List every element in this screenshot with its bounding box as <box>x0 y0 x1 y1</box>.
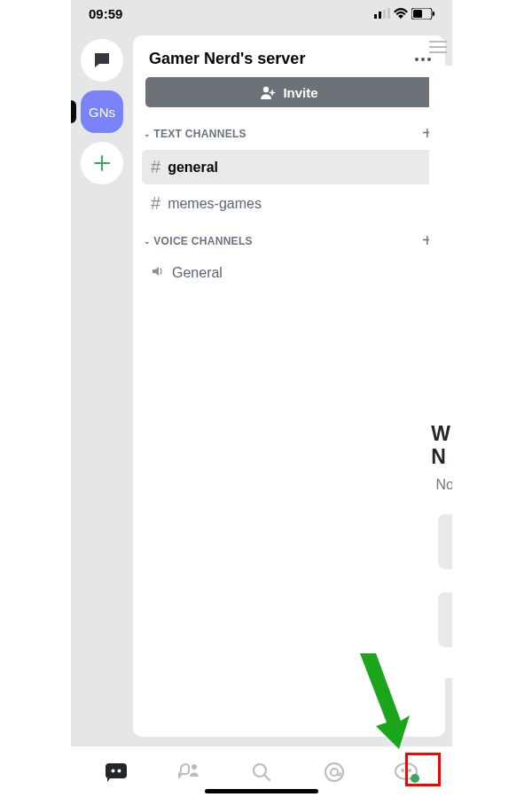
server-title: Gamer Nerd's server <box>149 50 305 68</box>
nav-friends[interactable] <box>175 758 203 786</box>
background-panel <box>429 66 452 678</box>
status-icons <box>374 8 434 20</box>
discord-icon <box>104 762 129 783</box>
svg-point-16 <box>401 769 404 772</box>
chat-bubble-icon <box>91 50 113 71</box>
svg-rect-5 <box>413 10 422 18</box>
phone-frame: 09:59 GNs Gamer Nerd's server <box>71 0 452 797</box>
peek-card <box>438 592 452 647</box>
battery-icon <box>411 8 434 20</box>
text-channels-label: TEXT CHANNELS <box>153 128 246 140</box>
nav-home[interactable] <box>102 758 130 786</box>
svg-rect-8 <box>106 763 127 778</box>
home-indicator <box>205 789 318 793</box>
hash-icon: # <box>151 157 160 177</box>
at-icon <box>323 761 346 784</box>
channel-item[interactable]: # general <box>142 150 436 184</box>
invite-label: Invite <box>283 85 317 100</box>
speaker-icon <box>151 264 165 282</box>
nav-profile[interactable] <box>393 758 421 786</box>
server-header[interactable]: Gamer Nerd's server <box>133 35 445 77</box>
invite-icon <box>260 86 276 99</box>
svg-rect-2 <box>383 10 386 19</box>
voice-channels-label: VOICE CHANNELS <box>153 235 253 247</box>
signal-icon <box>374 8 390 19</box>
svg-point-14 <box>331 769 338 776</box>
search-icon <box>251 762 272 783</box>
server-rail: GNs <box>71 27 133 746</box>
status-time: 09:59 <box>89 6 122 21</box>
svg-rect-6 <box>433 12 434 16</box>
more-icon[interactable] <box>415 58 431 61</box>
channel-name: general <box>168 160 218 176</box>
svg-point-7 <box>263 86 269 91</box>
hash-icon: # <box>151 193 160 214</box>
voice-channel-item[interactable]: General <box>142 257 436 289</box>
peek-subtext: No <box>436 477 452 493</box>
svg-rect-3 <box>387 8 390 19</box>
chevron-down-icon: ⌄ <box>144 237 151 246</box>
server-avatar[interactable]: GNs <box>81 90 123 133</box>
voice-channels-header[interactable]: ⌄VOICE CHANNELS + <box>133 227 445 256</box>
nav-mentions[interactable] <box>320 758 348 786</box>
profile-icon <box>394 761 420 784</box>
invite-button[interactable]: Invite <box>145 77 433 107</box>
hamburger-icon[interactable] <box>429 41 447 57</box>
chevron-down-icon: ⌄ <box>144 129 151 138</box>
add-server-button[interactable] <box>81 142 123 184</box>
wifi-icon <box>394 8 408 19</box>
text-channels-header[interactable]: ⌄TEXT CHANNELS + <box>133 120 445 149</box>
svg-rect-1 <box>379 12 381 19</box>
svg-point-18 <box>411 774 419 783</box>
svg-point-17 <box>408 769 411 772</box>
channel-name: memes-games <box>168 196 262 212</box>
svg-rect-0 <box>374 14 377 19</box>
server-panel: Gamer Nerd's server Invite ⌄TEXT CHANNEL… <box>133 35 445 737</box>
server-active-indicator <box>71 100 76 123</box>
svg-point-11 <box>192 764 197 770</box>
channel-item[interactable]: # memes-games <box>142 186 436 221</box>
svg-point-9 <box>112 769 115 772</box>
peek-card <box>438 514 452 569</box>
dm-button[interactable] <box>81 39 123 82</box>
peek-heading: W N <box>431 422 450 469</box>
plus-icon <box>92 153 112 173</box>
svg-point-10 <box>118 769 121 772</box>
nav-search[interactable] <box>247 758 276 786</box>
friends-icon <box>177 762 200 783</box>
voice-channel-name: General <box>172 265 223 281</box>
